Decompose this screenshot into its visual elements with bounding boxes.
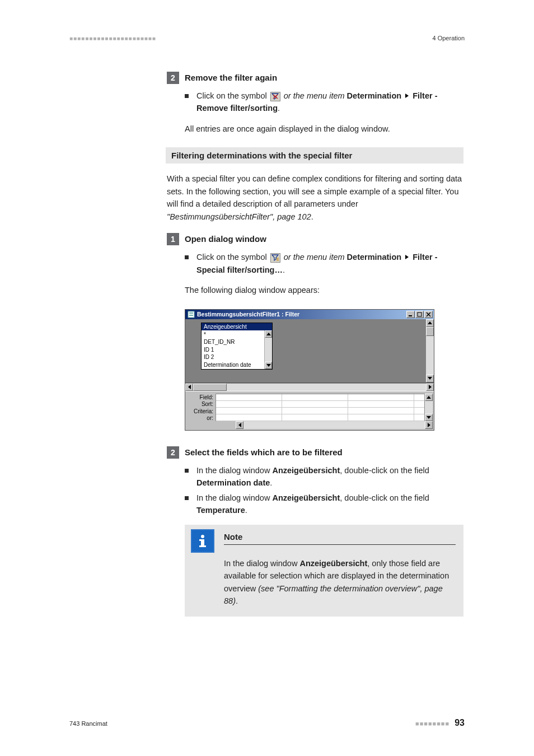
bullet-text: In the dialog window Anzeigeübersicht, d… — [196, 492, 463, 517]
result-text: All entries are once again displayed in … — [185, 123, 463, 135]
result-text: The following dialog window appears: — [185, 284, 463, 296]
bullet-item: In the dialog window Anzeigeübersicht, d… — [185, 464, 463, 489]
scroll-right-icon[interactable] — [425, 421, 433, 429]
remove-filter-icon — [270, 92, 280, 101]
lower-pane: Field: Sort: Criteria: or: — [185, 391, 434, 430]
minimize-button[interactable] — [406, 311, 415, 318]
step-title: Remove the filter again — [185, 72, 277, 84]
header-decor: ■■■■■■■■■■■■■■■■■■■■■■ — [69, 35, 156, 41]
bullet-text: Click on the symbol or the menu item Det… — [196, 251, 438, 276]
bullet-text: In the dialog window Anzeigeübersicht, d… — [196, 464, 463, 489]
svg-rect-6 — [418, 312, 421, 316]
bullet-item: Click on the symbol or the menu item Det… — [185, 90, 463, 115]
dialog-titlebar: BestimmungsubersichtFilter1 : Filter — [185, 310, 434, 319]
menu-separator-icon — [405, 255, 409, 259]
scroll-left-icon[interactable] — [185, 384, 193, 391]
step-open-dialog: 1 Open dialog window — [167, 233, 463, 245]
anzeige-header: Anzeigeubersicht — [202, 323, 272, 330]
scroll-down-icon[interactable] — [425, 414, 433, 421]
row-label: Criteria: — [191, 408, 213, 416]
scroll-thumb[interactable] — [426, 327, 434, 336]
bullet-item: Click on the symbol or the menu item Det… — [185, 251, 463, 276]
svg-rect-3 — [189, 312, 193, 314]
scroll-right-icon[interactable] — [426, 384, 434, 391]
list-item[interactable]: Determination date — [204, 361, 262, 369]
scroll-up-icon[interactable] — [426, 319, 434, 327]
row-label: Field: — [191, 394, 213, 402]
page-number: 93 — [455, 718, 465, 727]
step-remove-filter: 2 Remove the filter again — [167, 72, 463, 84]
step-title: Select the fields which are to be filter… — [185, 446, 343, 459]
scroll-up-icon[interactable] — [425, 394, 433, 401]
menu-separator-icon — [405, 94, 409, 98]
note-heading: Note — [224, 530, 456, 545]
upper-pane: Anzeigeubersicht * DET_ID_NR ID 1 ID 2 D… — [185, 319, 434, 383]
dialog-title-icon — [188, 311, 195, 318]
scroll-thumb[interactable] — [193, 384, 227, 391]
svg-rect-2 — [188, 311, 194, 318]
note-box: Note In the dialog window Anzeigeübersic… — [185, 525, 463, 617]
header-chapter: 4 Operation — [433, 35, 465, 41]
grid-h-scrollbar[interactable] — [236, 421, 433, 429]
pane-h-scrollbar[interactable] — [185, 383, 434, 391]
intro-paragraph: With a special filter you can define com… — [167, 172, 463, 223]
pane-v-scrollbar[interactable] — [426, 319, 434, 382]
bullet-marker — [185, 469, 189, 473]
bullet-marker — [185, 94, 189, 98]
bullet-text: Click on the symbol or the menu item Det… — [196, 90, 438, 115]
grid-row-labels: Field: Sort: Criteria: or: — [191, 394, 216, 429]
svg-rect-4 — [189, 315, 193, 316]
filter-dialog-screenshot: BestimmungsubersichtFilter1 : Filter Anz… — [185, 309, 434, 431]
scroll-up-icon[interactable] — [265, 330, 272, 338]
list-item[interactable]: DET_ID_NR — [204, 338, 262, 346]
scroll-down-icon[interactable] — [265, 362, 272, 369]
step-title: Open dialog window — [185, 233, 266, 245]
svg-rect-11 — [199, 539, 203, 541]
anzeige-list[interactable]: * DET_ID_NR ID 1 ID 2 Determination date — [202, 330, 264, 370]
step-number: 2 — [167, 72, 179, 84]
footer-product: 743 Rancimat — [69, 720, 107, 727]
list-item[interactable]: ID 2 — [204, 353, 262, 361]
scroll-left-icon[interactable] — [236, 421, 243, 429]
note-text: In the dialog window Anzeigeübersicht, o… — [224, 557, 456, 608]
grid-v-scrollbar[interactable] — [425, 394, 433, 421]
bullet-marker — [185, 255, 189, 259]
svg-point-9 — [201, 535, 204, 538]
footer-decor: ■■■■■■■■ — [415, 720, 449, 727]
section-heading: Filtering determinations with the specia… — [166, 147, 463, 164]
list-item[interactable]: ID 1 — [204, 346, 262, 354]
close-button[interactable] — [424, 311, 433, 318]
maximize-button[interactable] — [415, 311, 424, 318]
scroll-down-icon[interactable] — [426, 375, 434, 382]
row-label: Sort: — [191, 401, 213, 408]
list-scrollbar[interactable] — [264, 330, 272, 370]
criteria-grid[interactable] — [216, 394, 425, 421]
bullet-marker — [185, 496, 189, 500]
info-icon — [191, 529, 214, 553]
special-filter-icon — [270, 253, 280, 263]
step-select-fields: 2 Select the fields which are to be filt… — [167, 446, 463, 459]
dialog-title: BestimmungsubersichtFilter1 : Filter — [197, 311, 406, 318]
anzeige-box[interactable]: Anzeigeubersicht * DET_ID_NR ID 1 ID 2 D… — [201, 323, 273, 370]
bullet-item: In the dialog window Anzeigeübersicht, d… — [185, 492, 463, 517]
step-number: 2 — [167, 446, 179, 459]
svg-rect-12 — [199, 545, 206, 547]
list-item[interactable]: * — [204, 331, 262, 339]
step-number: 1 — [167, 233, 179, 245]
row-label: or: — [191, 415, 213, 422]
